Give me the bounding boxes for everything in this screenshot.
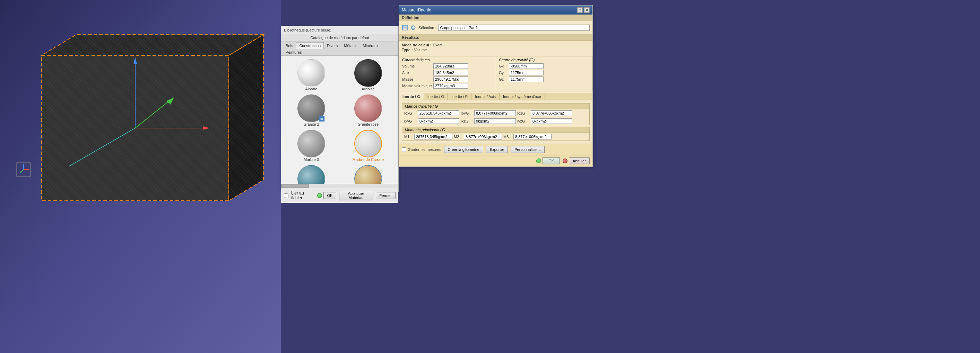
keep-measures-checkbox[interactable] <box>402 147 406 152</box>
library-ok-button[interactable]: OK <box>323 192 337 199</box>
results-content: Mode de calcul : Exact Type : Volume <box>399 41 592 55</box>
library-footer: Lier au fichier OK Appliquer Matériau Fe… <box>281 188 398 203</box>
material-granite-rose[interactable]: Granite rose <box>342 95 395 126</box>
matrix-header: Matrice d'inertie / G <box>402 103 589 109</box>
materials-list: Albatre Ardoise ▦ Granite 2 <box>281 56 398 184</box>
moments-header: Moments principaux / G <box>402 127 589 133</box>
volume-value: 104,928m3 <box>433 63 468 69</box>
close-library-button[interactable]: Fermer <box>376 192 396 199</box>
matrix-row-2: IxyG IxzG IyzG <box>402 117 589 125</box>
granite2-map-icon: ▦ <box>319 116 325 122</box>
create-geometry-button[interactable]: Créer la géométrie <box>444 146 483 153</box>
customize-button[interactable]: Personnaliser... <box>511 146 545 153</box>
selection-input[interactable] <box>438 25 590 31</box>
ioz-input[interactable] <box>531 111 572 116</box>
ixy-label: IxyG <box>404 119 416 123</box>
material-granite2-label: Granite 2 <box>303 122 319 126</box>
material-marbre3-label: Marbre 3 <box>304 157 319 161</box>
moments-section: Moments principaux / G M1 M2 M3 <box>402 127 590 141</box>
masse-vol-value: 2770kg_m3 <box>433 83 468 89</box>
keep-measures-label[interactable]: Garder les mesures <box>402 147 441 152</box>
gy-row: Gy 1175mm <box>499 70 589 76</box>
ixz-input[interactable] <box>474 118 516 124</box>
material-albatre[interactable]: Albatre <box>285 59 338 91</box>
m2-input[interactable] <box>464 134 502 139</box>
calc-mode-label: Mode de calcul : <box>402 43 431 47</box>
material-bottom2[interactable] <box>342 165 395 184</box>
link-to-file-checkbox[interactable] <box>284 193 288 198</box>
ioz-label: IozG <box>517 111 529 115</box>
iyz-label: IyzG <box>517 119 529 123</box>
selection-label: Sélection : <box>418 25 436 30</box>
library-panel-subtitle: Catalogue de matériaux par défaut <box>281 34 398 41</box>
library-panel-title: Bibliothèque (Lecture seule) <box>281 26 398 34</box>
inertia-ok-button[interactable]: OK <box>542 157 560 165</box>
scroll-thumb[interactable] <box>281 184 309 188</box>
masse-vol-row: Masse volumique 2770kg_m3 <box>402 83 493 89</box>
material-bottom1[interactable]: ▦ <box>285 165 338 184</box>
ok-status-dot <box>317 193 322 198</box>
volume-row: Volume 104,928m3 <box>402 63 493 69</box>
chars-header: Caractéristiques <box>402 58 493 62</box>
aire-label: Aire <box>402 71 433 75</box>
definition-icon1 <box>402 25 408 31</box>
cancel-red-dot <box>563 158 568 163</box>
definition-content: Sélection : <box>399 21 592 34</box>
close-button[interactable]: ✕ <box>584 7 590 13</box>
tab-inertie-systeme[interactable]: Inertie / système d'axe <box>500 93 545 100</box>
gz-value: 1175mm <box>509 76 544 82</box>
m3-input[interactable] <box>514 134 552 139</box>
tab-inertie-g[interactable]: Inertie / G <box>399 93 424 100</box>
gz-label: Gz <box>499 77 508 81</box>
titlebar-buttons: ? ✕ <box>577 7 590 13</box>
tab-construction[interactable]: Construction <box>296 42 324 49</box>
definition-row: Sélection : <box>402 23 590 32</box>
iox-label: IoxG <box>404 111 416 115</box>
keep-measures-text: Garder les mesures <box>408 147 441 152</box>
gz-row: Gz 1175mm <box>499 76 589 82</box>
tab-divers[interactable]: Divers <box>324 42 341 49</box>
library-panel: Bibliothèque (Lecture seule) Catalogue d… <box>281 26 399 192</box>
gx-value: -9500mm <box>509 63 544 69</box>
help-button[interactable]: ? <box>577 7 583 13</box>
ixy-input[interactable] <box>418 118 459 124</box>
material-marbre-carrare[interactable]: Marbre de Carrare <box>342 130 395 161</box>
masse-vol-label: Masse volumique <box>402 84 433 88</box>
iyz-input[interactable] <box>531 118 572 124</box>
iox-input[interactable] <box>418 111 459 116</box>
inertia-cancel-button[interactable]: Annuler <box>569 157 590 165</box>
gravity-header: Centre de gravité (G) <box>499 58 589 62</box>
ok-green-dot <box>536 158 541 163</box>
svg-rect-31 <box>403 26 407 29</box>
material-ardoise-label: Ardoise <box>361 87 374 91</box>
gx-label: Gx <box>499 64 508 68</box>
tab-metaux[interactable]: Métaux <box>341 42 360 49</box>
tab-inertie-o[interactable]: Inertie / O <box>424 93 448 100</box>
apply-material-button[interactable]: Appliquer Matériau <box>339 190 373 201</box>
masse-label: Masse <box>402 77 433 81</box>
results-header: Résultats <box>399 34 592 41</box>
type-label: Type : <box>402 48 413 52</box>
gx-row: Gx -9500mm <box>499 63 589 69</box>
ioy-label: IoyG <box>461 111 473 115</box>
ok-cancel-row: OK Annuler <box>399 155 592 166</box>
horizontal-scrollbar[interactable] <box>281 184 398 188</box>
m3-label: M3 <box>503 135 512 139</box>
material-ardoise[interactable]: Ardoise <box>342 59 395 91</box>
tab-inertie-p[interactable]: Inertie / P <box>448 93 471 100</box>
masse-value: 290649,175kg <box>433 76 468 82</box>
tab-inertie-axis[interactable]: Inertie / Axis <box>471 93 500 100</box>
chars-gravity-grid: Caractéristiques Volume 104,928m3 Aire 1… <box>399 56 592 91</box>
ioy-input[interactable] <box>474 111 516 116</box>
tab-bois[interactable]: Bois <box>283 42 296 49</box>
tab-mineraux[interactable]: Minéraux <box>360 42 381 49</box>
export-button[interactable]: Exporter <box>486 146 508 153</box>
inertia-panel: Mesure d'inertie ? ✕ Définition Sélectio… <box>399 5 593 167</box>
link-to-file-label: Lier au fichier <box>291 191 312 200</box>
3d-viewport <box>0 0 281 353</box>
m1-input[interactable] <box>414 134 452 139</box>
tab-peintures[interactable]: Peintures <box>283 49 305 55</box>
material-marbre3[interactable]: Marbre 3 <box>285 130 338 161</box>
material-granite2[interactable]: ▦ Granite 2 <box>285 95 338 126</box>
inertia-panel-title: Mesure d'inertie <box>402 8 431 13</box>
